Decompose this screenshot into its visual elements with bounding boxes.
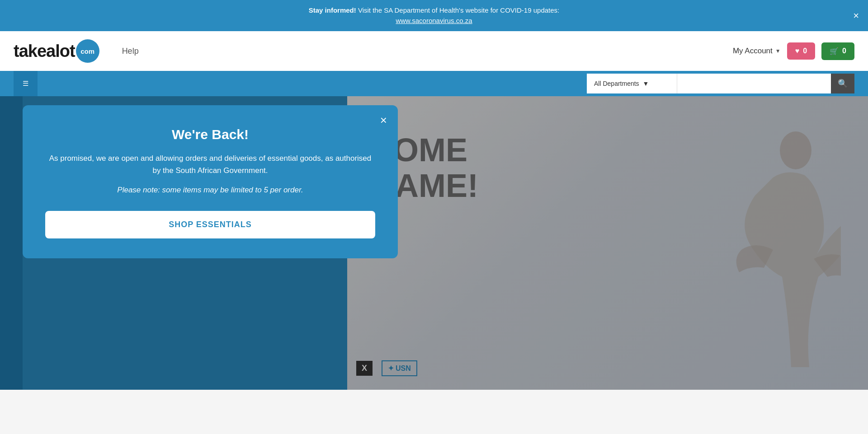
header-right: My Account ▼ ♥ 0 🛒 0 [733,42,854,60]
heart-icon: ♥ [795,47,800,55]
modal-close-button[interactable]: × [380,114,387,126]
logo-com-badge: com [76,39,99,63]
cart-count: 0 [842,47,846,55]
help-link[interactable]: Help [122,47,139,56]
cart-icon: 🛒 [830,47,839,56]
cart-button[interactable]: 🛒 0 [821,42,854,60]
header: takealot com Help My Account ▼ ♥ 0 🛒 0 [0,31,868,71]
search-input-wrap: 🔍 [677,74,854,93]
departments-dropdown[interactable]: All Departments ▼ [587,74,677,93]
chevron-down-icon: ▼ [643,80,649,87]
my-account-label: My Account [733,47,773,56]
modal-note-text: Please note: some items may be limited t… [45,186,375,195]
all-departments-nav-button[interactable]: ☰ [14,71,38,96]
wishlist-button[interactable]: ♥ 0 [787,42,815,60]
logo[interactable]: takealot com [14,39,99,63]
shop-essentials-button[interactable]: SHOP ESSENTIALS [45,211,375,238]
modal-body-text: As promised, we are open and allowing or… [45,152,375,177]
my-account-arrow-icon: ▼ [775,48,781,54]
wishlist-count: 0 [803,47,807,55]
search-input[interactable] [677,74,831,93]
search-icon: 🔍 [838,79,848,89]
hamburger-icon: ☰ [23,79,28,88]
announcement-close-button[interactable]: × [853,11,859,21]
main-content: HOME GAME! X ✦ USN × We're Back! As p [0,96,868,390]
modal-title: We're Back! [45,127,375,142]
modal-overlay: × We're Back! As promised, we are open a… [0,96,868,390]
announcement-link[interactable]: www.sacoronavirus.co.za [396,17,472,24]
nav-bar: ☰ All Departments ▼ 🔍 [0,71,868,96]
my-account-button[interactable]: My Account ▼ [733,47,781,56]
search-container: All Departments ▼ 🔍 [587,74,854,93]
modal-dialog: × We're Back! As promised, we are open a… [23,105,398,258]
logo-text: takealot [14,42,75,61]
search-button[interactable]: 🔍 [831,74,854,93]
departments-label: All Departments [594,80,639,87]
announcement-bar: Stay informed! Visit the SA Department o… [0,0,868,31]
announcement-text: Stay informed! Visit the SA Department o… [309,6,560,24]
